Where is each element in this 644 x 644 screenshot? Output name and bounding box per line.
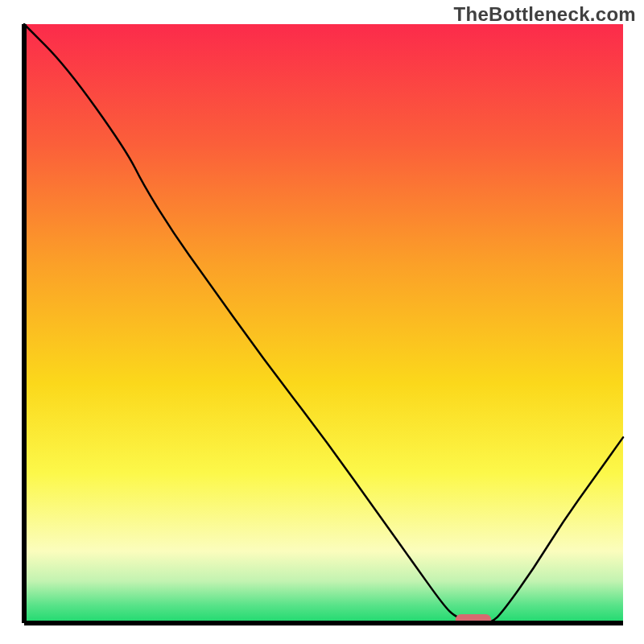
- bottleneck-chart: [0, 0, 644, 644]
- plot-background: [24, 24, 623, 623]
- chart-container: TheBottleneck.com: [0, 0, 644, 644]
- watermark-text: TheBottleneck.com: [454, 3, 636, 26]
